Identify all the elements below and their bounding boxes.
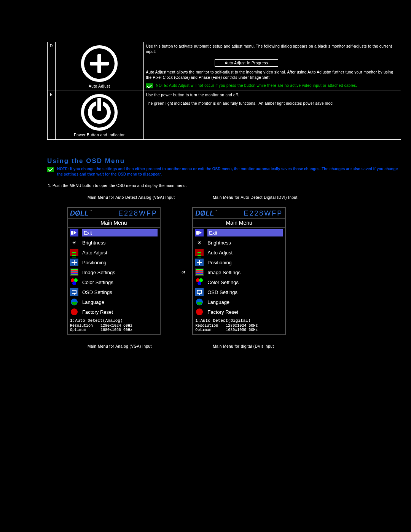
row-d-letter: D	[48, 42, 56, 91]
language-icon	[70, 298, 78, 306]
exit-icon	[70, 229, 78, 236]
footer-title: 1:Auto Detect(Digital)	[195, 318, 283, 323]
osd-menu-digital: DØLL™ E228WFP Main Menu Exit ☀Brightness…	[192, 207, 286, 335]
auto-adjust-menu-icon	[195, 249, 204, 256]
steps: Push the MENU button to open the OSD men…	[53, 184, 403, 188]
auto-adjust-caption: Auto Adjust	[58, 84, 141, 89]
menu-item-osd-settings[interactable]: OSD Settings	[68, 287, 160, 297]
menu-item-language[interactable]: Language	[193, 297, 285, 307]
row-e-letter: E	[48, 91, 56, 140]
row-d-para2: Auto Adjustment allows the monitor to se…	[146, 70, 398, 80]
factory-reset-icon	[70, 308, 78, 316]
dell-logo: DØLL™	[195, 209, 217, 217]
menu-item-positioning[interactable]: Positioning	[68, 257, 160, 267]
auto-adjust-menu-icon	[70, 249, 78, 256]
menu-comparison-row: Main Menu for Auto Detect Analog (VGA) I…	[67, 195, 403, 348]
menu-analog-col: Main Menu for Auto Detect Analog (VGA) I…	[67, 195, 175, 348]
positioning-icon	[195, 259, 204, 266]
or-label: or	[182, 270, 185, 274]
menu-item-osd-settings[interactable]: OSD Settings	[193, 287, 285, 297]
color-settings-icon	[195, 278, 204, 286]
model-label: E228WFP	[244, 209, 283, 217]
menu-item-auto-adjust[interactable]: Auto Adjust	[68, 248, 160, 257]
auto-adjust-progress: Auto Adjust In Progress	[215, 59, 279, 67]
osd-header: DØLL™ E228WFP	[193, 208, 285, 219]
menu-item-image-settings[interactable]: Image Settings	[68, 267, 160, 277]
row-d-para1: Use this button to activate automatic se…	[146, 44, 398, 54]
menu-item-color-settings[interactable]: Color Settings	[193, 277, 285, 287]
brightness-icon: ☀	[195, 239, 204, 246]
osd-settings-icon	[70, 288, 78, 296]
positioning-icon	[70, 259, 78, 266]
osd-title: Main Menu	[193, 219, 285, 228]
color-settings-icon	[70, 278, 78, 286]
menu-item-brightness[interactable]: ☀Brightness	[68, 238, 160, 248]
osd-header: DØLL™ E228WFP	[68, 208, 160, 219]
menu-item-exit[interactable]: Exit	[193, 228, 285, 238]
menu-item-brightness[interactable]: ☀Brightness	[193, 238, 285, 248]
menu-item-exit[interactable]: Exit	[68, 228, 160, 238]
row-e: E Power Button and Indicator Use the pow…	[48, 91, 401, 140]
footer-title: 1:Auto Detect(Analog)	[70, 318, 158, 323]
section-note-text: NOTE: If you change the settings and the…	[57, 166, 403, 177]
caption-digital: Main Menu for digital (DVI) Input	[213, 344, 298, 348]
menu-item-auto-adjust[interactable]: Auto Adjust	[193, 248, 285, 257]
step-1: Push the MENU button to open the OSD men…	[53, 184, 403, 188]
caption-analog-detect: Main Menu for Auto Detect Analog (VGA) I…	[88, 195, 175, 200]
language-icon	[195, 298, 204, 306]
auto-adjust-cell: Auto Adjust	[55, 42, 143, 91]
row-d: D Auto Adjust Use this button to activat…	[48, 42, 401, 91]
power-button-caption: Power Button and Indicator	[58, 133, 141, 138]
osd-list: Exit ☀Brightness Auto Adjust Positioning…	[193, 228, 285, 317]
factory-reset-icon	[195, 308, 204, 316]
exit-icon	[195, 229, 204, 236]
feature-table: D Auto Adjust Use this button to activat…	[47, 42, 401, 140]
osd-list: Exit ☀Brightness Auto Adjust Positioning…	[68, 228, 160, 317]
note-icon	[146, 83, 153, 88]
menu-item-language[interactable]: Language	[68, 297, 160, 307]
osd-title: Main Menu	[68, 219, 160, 228]
note-icon	[47, 167, 54, 172]
menu-digital-col: Main Menu for Auto Detect Digital (DVI) …	[192, 195, 298, 348]
menu-item-factory-reset[interactable]: Factory Reset	[193, 307, 285, 317]
osd-footer-analog: 1:Auto Detect(Analog) Resolution1280x102…	[68, 317, 160, 334]
row-d-note-text: NOTE: Auto Adjust will not occur if you …	[156, 83, 357, 88]
row-e-para1: Use the power button to turn the monitor…	[146, 93, 398, 98]
section-note: NOTE: If you change the settings and the…	[47, 166, 403, 177]
row-d-desc: Use this button to activate automatic se…	[143, 42, 401, 91]
osd-settings-icon	[195, 288, 204, 296]
model-label: E228WFP	[118, 209, 158, 217]
row-d-note: NOTE: Auto Adjust will not occur if you …	[146, 83, 398, 88]
image-settings-icon	[70, 268, 78, 276]
menu-item-positioning[interactable]: Positioning	[193, 257, 285, 267]
dell-logo: DØLL™	[70, 209, 92, 217]
power-button-cell: Power Button and Indicator	[55, 91, 143, 140]
section-title: Using the OSD Menu	[47, 157, 403, 165]
osd-footer-digital: 1:Auto Detect(Digital) Resolution1280x10…	[193, 317, 285, 334]
document-page: D Auto Adjust Use this button to activat…	[0, 0, 411, 364]
power-button-icon	[81, 94, 118, 131]
brightness-icon: ☀	[70, 239, 78, 246]
menu-item-factory-reset[interactable]: Factory Reset	[68, 307, 160, 317]
image-settings-icon	[195, 268, 204, 276]
row-e-desc: Use the power button to turn the monitor…	[143, 91, 401, 140]
osd-menu-analog: DØLL™ E228WFP Main Menu Exit ☀Brightness…	[67, 207, 161, 335]
menu-item-color-settings[interactable]: Color Settings	[68, 277, 160, 287]
caption-digital-detect: Main Menu for Auto Detect Digital (DVI) …	[213, 195, 298, 200]
caption-analog: Main Menu for Analog (VGA) Input	[88, 344, 175, 348]
menu-item-image-settings[interactable]: Image Settings	[193, 267, 285, 277]
row-e-para2: The green light indicates the monitor is…	[146, 101, 398, 106]
auto-adjust-icon	[81, 45, 118, 82]
